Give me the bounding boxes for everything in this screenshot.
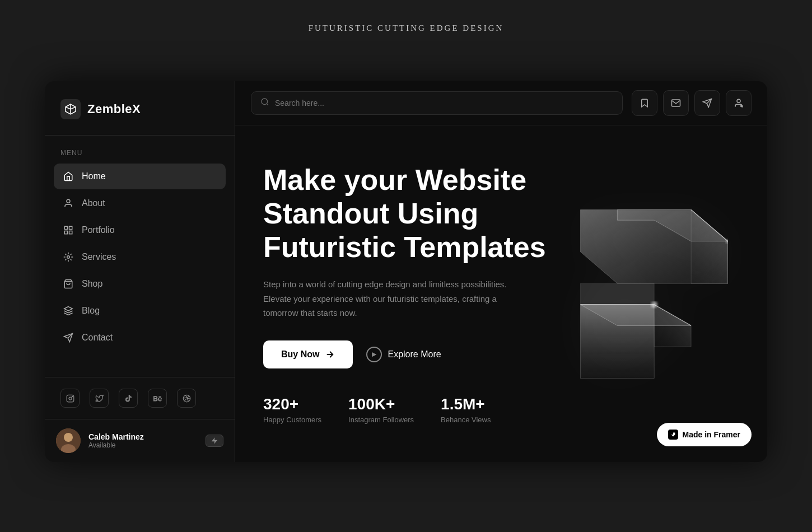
about-label: About [82, 198, 105, 208]
page-wrapper: Futuristic Cutting Edge Design ZembleX M… [0, 0, 812, 532]
play-icon: ▶ [366, 347, 382, 362]
svg-rect-10 [67, 395, 74, 402]
svg-marker-27 [691, 209, 728, 283]
views-label: Behance Views [441, 416, 491, 424]
content-header [235, 81, 767, 125]
home-label: Home [82, 171, 106, 181]
svg-rect-3 [64, 231, 67, 234]
services-icon [63, 251, 74, 263]
home-icon [63, 171, 74, 182]
logo-text: ZembleX [87, 102, 141, 116]
framer-badge-label: Made in Framer [683, 430, 740, 439]
svg-rect-4 [69, 231, 72, 234]
sidebar-item-contact[interactable]: Contact [54, 325, 226, 351]
hero-text: Make your Website Standout Using Futuris… [263, 164, 546, 424]
sidebar-item-home[interactable]: Home [54, 164, 226, 189]
sidebar-item-about[interactable]: About [54, 190, 226, 216]
mail-button[interactable] [663, 90, 689, 116]
about-icon [63, 198, 74, 209]
instagram-icon[interactable] [60, 389, 80, 408]
sidebar-item-services[interactable]: Services [54, 244, 226, 270]
sidebar: ZembleX Menu Home [45, 81, 235, 462]
menu-label: Menu [45, 136, 235, 164]
sidebar-item-portfolio[interactable]: Portfolio [54, 217, 226, 243]
svg-point-0 [67, 199, 70, 203]
stat-customers: 320+ Happy Customers [263, 395, 321, 424]
customers-value: 320+ [263, 395, 321, 413]
svg-rect-1 [64, 226, 67, 229]
explore-button[interactable]: ▶ Explore More [366, 347, 441, 362]
followers-value: 100K+ [348, 395, 414, 413]
user-profile: Caleb Martinez Available [45, 419, 235, 462]
contact-label: Contact [82, 333, 113, 343]
header-actions [632, 90, 752, 116]
stats-row: 320+ Happy Customers 100K+ Instagram Fol… [263, 395, 546, 424]
hero-section: Make your Website Standout Using Futuris… [235, 125, 767, 462]
contact-icon [63, 332, 74, 343]
hero-title: Make your Website Standout Using Futuris… [263, 164, 546, 264]
hero-buttons: Buy Now ▶ Explore More [263, 340, 546, 368]
search-input[interactable] [275, 99, 613, 108]
customers-label: Happy Customers [263, 416, 321, 424]
stat-views: 1.5M+ Behance Views [441, 395, 491, 424]
user-name: Caleb Martinez [88, 432, 198, 441]
svg-point-11 [69, 397, 72, 400]
hero-visual [532, 182, 745, 406]
svg-line-23 [742, 106, 743, 107]
twitter-icon[interactable] [90, 389, 109, 408]
shop-label: Shop [82, 279, 102, 289]
services-label: Services [82, 252, 116, 262]
main-content: Make your Website Standout Using Futuris… [235, 81, 767, 462]
send-button[interactable] [694, 90, 720, 116]
main-container: ZembleX Menu Home [45, 81, 767, 462]
framer-icon [668, 430, 678, 440]
sidebar-logo: ZembleX [45, 81, 235, 136]
tiktok-icon[interactable] [119, 389, 138, 408]
portfolio-label: Portfolio [82, 225, 115, 235]
glass-shape-svg [549, 199, 728, 389]
blog-icon [63, 305, 74, 316]
svg-point-12 [72, 396, 72, 396]
svg-marker-7 [64, 307, 73, 311]
shop-icon [63, 278, 74, 290]
stat-followers: 100K+ Instagram Followers [348, 395, 414, 424]
svg-point-5 [67, 256, 70, 259]
svg-line-18 [267, 104, 268, 105]
followers-label: Instagram Followers [348, 416, 414, 424]
behance-icon[interactable] [148, 389, 167, 408]
svg-point-15 [64, 433, 73, 442]
hero-description: Step into a world of cutting edge design… [263, 277, 510, 320]
search-bar[interactable] [251, 91, 623, 115]
user-search-button[interactable] [726, 90, 752, 116]
svg-point-17 [262, 99, 268, 105]
logo-icon [60, 99, 81, 119]
user-status: Available [88, 441, 198, 449]
search-icon [260, 97, 269, 109]
sidebar-nav: Home About Portf [45, 164, 235, 351]
portfolio-icon [63, 225, 74, 236]
sidebar-item-shop[interactable]: Shop [54, 271, 226, 297]
dribbble-icon[interactable] [177, 389, 196, 408]
svg-point-21 [737, 99, 740, 102]
blog-label: Blog [82, 306, 100, 316]
user-badge [206, 435, 223, 447]
framer-badge[interactable]: Made in Framer [657, 423, 752, 446]
svg-marker-37 [580, 283, 654, 305]
buy-now-button[interactable]: Buy Now [263, 340, 353, 368]
views-value: 1.5M+ [441, 395, 491, 413]
bookmark-button[interactable] [632, 90, 657, 116]
sidebar-item-blog[interactable]: Blog [54, 298, 226, 324]
social-links [45, 377, 235, 419]
svg-rect-2 [69, 226, 72, 229]
avatar [56, 428, 81, 453]
top-tagline: Futuristic Cutting Edge Design [309, 24, 504, 33]
user-info: Caleb Martinez Available [88, 432, 198, 449]
